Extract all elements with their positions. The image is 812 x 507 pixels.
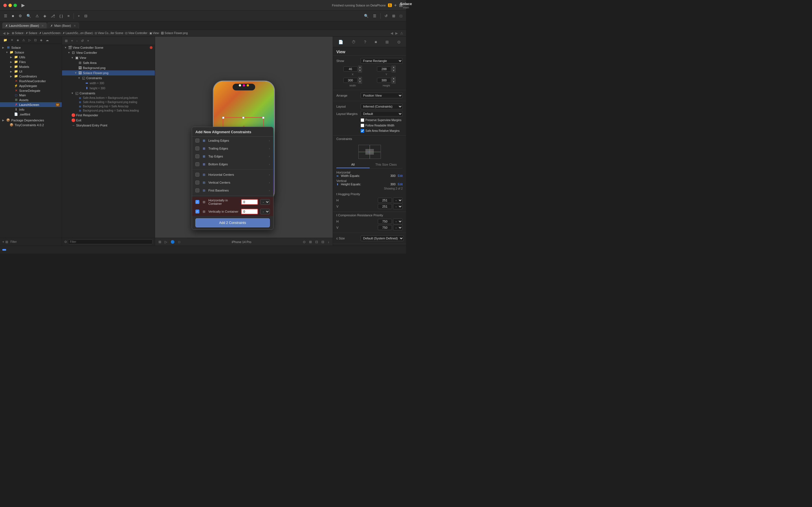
breadcrumb-next[interactable]: ▶ — [395, 31, 398, 35]
tree-item-package-deps[interactable]: ▶ 📦 Package Dependencies — [0, 118, 62, 122]
help-inspector-btn[interactable]: ? — [363, 39, 367, 45]
popup-bottom-edges[interactable]: ⊞ Bottom Edges › — [192, 160, 273, 168]
maximize-window-button[interactable] — [13, 4, 17, 7]
tree-item-rootvc[interactable]: ✕ RootViewController — [0, 78, 62, 83]
tree-item-scenedelegate[interactable]: ✕ SceneDelegate — [0, 88, 62, 93]
show-select[interactable]: Frame Rectangle — [361, 58, 403, 64]
add-tab-button[interactable]: + — [394, 3, 397, 8]
tree-item-ui[interactable]: ▶ 📁 UI — [0, 69, 62, 74]
top-edges-check[interactable] — [195, 154, 199, 158]
scene-constraint-3[interactable]: ⊞ Background.png.top = Safe Area.top — [62, 104, 155, 108]
scene-entry-point[interactable]: → Storyboard Entry Point — [62, 123, 155, 128]
tab-launchscreen[interactable]: ✗ LaunchScreen (Base) ✕ — [2, 22, 47, 29]
w-stepper[interactable]: ▲ ▼ — [358, 77, 362, 83]
v-hugging-input[interactable] — [378, 204, 392, 209]
scene-exit[interactable]: 🔴 Exit — [62, 118, 155, 123]
ctab-this-size[interactable]: This Size Class — [370, 161, 403, 168]
canvas-bottom-btn-9[interactable]: ↓ — [326, 239, 331, 244]
file-inspector-btn[interactable]: 📄 — [337, 39, 344, 45]
breadcrumb-view[interactable]: ▣ View — [149, 32, 159, 35]
ctab-all[interactable]: All — [336, 161, 370, 168]
tree-item-main[interactable]: □ Main — [0, 93, 62, 98]
filter-input[interactable] — [68, 239, 153, 244]
preserve-superview-checkbox[interactable] — [361, 118, 364, 122]
symbol-nav-button[interactable]: ✕ — [10, 38, 14, 43]
layout-margins-select[interactable]: Default — [361, 111, 403, 117]
scheme-button[interactable]: ⚙ — [17, 13, 24, 19]
scene-add[interactable]: + — [86, 38, 90, 43]
h-container-check[interactable]: ✓ — [195, 200, 199, 204]
tree-item-tinyconstraints[interactable]: 📦 TinyConstraints 4.0.2 — [0, 122, 62, 127]
handle-tm[interactable] — [242, 117, 245, 119]
reports-nav-button[interactable]: ☁ — [45, 38, 50, 43]
intrinsic-select[interactable]: Default (System Defined) — [361, 235, 404, 241]
canvas-bottom-btn-2[interactable]: ▷ — [163, 239, 168, 244]
tree-item-appdelegate[interactable]: ⚡ AppDelegate — [0, 83, 62, 88]
canvas-button[interactable]: □ — [398, 13, 404, 19]
nav-forward-button[interactable]: ▶ — [6, 31, 10, 35]
search-button[interactable]: 🔍 — [25, 13, 33, 19]
version-button[interactable]: ⎇ — [49, 13, 57, 19]
connections-inspector-btn[interactable]: ⊙ — [396, 39, 402, 45]
tree-item-solace-folder[interactable]: ▼ 📁 Solace — [0, 50, 62, 55]
tree-item-utils[interactable]: ▶ 📁 Utils — [0, 55, 62, 59]
canvas-bottom-btn-5[interactable]: ⊙ — [302, 239, 307, 244]
debug-nav-button[interactable]: ⊡ — [33, 38, 38, 43]
y-stepper[interactable]: ▲ ▼ — [392, 66, 396, 72]
sidebar-toggle-button[interactable]: ☰ — [2, 13, 9, 19]
popup-leading-edges[interactable]: ⊞ Leading Edges › — [192, 136, 273, 145]
h-compression-input[interactable] — [378, 219, 392, 224]
canvas-bottom-btn-8[interactable]: ⊟ — [320, 239, 325, 244]
v-container-check[interactable]: ✓ — [195, 210, 199, 214]
scene-constraints-group-2[interactable]: ▼ ◱ Constraints — [62, 91, 155, 96]
scene-constraints-group-1[interactable]: ▼ ◱ Constraints — [62, 75, 155, 80]
edit-width-button[interactable]: Edit — [398, 174, 403, 177]
tree-item-coordinators[interactable]: ▶ 📁 Coordinators — [0, 74, 62, 78]
layout-select[interactable]: Inferred (Constraints) — [361, 104, 403, 109]
h-container-select[interactable]: - — [260, 199, 270, 205]
tree-item-models[interactable]: ▶ 📁 Models — [0, 64, 62, 69]
v-container-select[interactable]: - — [260, 209, 270, 214]
breadcrumb-launchscreen-base[interactable]: ✗ LaunchSc...en (Base) — [63, 32, 93, 35]
tree-item-solace-project[interactable]: ▶ ⊞ Solace — [0, 45, 62, 50]
scene-zoom-out[interactable]: - — [75, 38, 79, 43]
v-compression-input[interactable] — [378, 225, 392, 230]
breadcrumb-launchscreen[interactable]: ✗ LaunchScreen — [39, 32, 60, 35]
scene-background[interactable]: 🖼 Background.png — [62, 65, 155, 70]
layout-button[interactable]: ⊟ — [83, 13, 89, 19]
width-input[interactable] — [343, 78, 357, 83]
v-centers-check[interactable] — [195, 180, 199, 184]
canvas-area[interactable]: → — [155, 37, 333, 245]
refresh-button[interactable]: ↺ — [383, 13, 389, 19]
canvas-bottom-btn-1[interactable]: ⊞ — [157, 239, 162, 244]
canvas-bottom-btn-4[interactable]: □ — [177, 239, 181, 244]
popup-top-edges[interactable]: ⊞ Top Edges › — [192, 152, 273, 160]
x-stepper[interactable]: ▲ ▼ — [358, 66, 362, 72]
tab-main[interactable]: ✗ Main (Base) ✕ — [47, 22, 79, 29]
bottom-edges-check[interactable] — [195, 162, 199, 166]
canvas-bottom-btn-6[interactable]: ⊞ — [308, 239, 313, 244]
breadcrumb-solace-1[interactable]: ⊞ Solace — [12, 32, 23, 35]
attributes-inspector-btn[interactable]: ≡ — [373, 39, 378, 45]
leading-edges-check[interactable] — [195, 138, 199, 143]
v-container-input[interactable] — [241, 209, 258, 214]
scene-safe-area[interactable]: ⊞ Safe Area — [62, 60, 155, 65]
size-inspector-btn[interactable]: ⊞ — [384, 39, 390, 45]
warning-button[interactable]: ⚠ — [34, 13, 41, 19]
h-hugging-input[interactable] — [378, 198, 392, 203]
tree-item-launchscreen[interactable]: ✗ LaunchScreen M — [0, 102, 62, 107]
h-hugging-select[interactable]: - — [393, 198, 403, 203]
breakpoints-nav-button[interactable]: ◈ — [39, 38, 43, 43]
follow-readable-checkbox[interactable] — [361, 124, 364, 127]
scene-constraint-1[interactable]: ⊞ Safe Area.bottom = Background.png.bott… — [62, 96, 155, 100]
popup-trailing-edges[interactable]: ⊞ Trailing Edges › — [192, 145, 273, 152]
warning-badge[interactable]: 1 — [388, 3, 392, 7]
scene-width-constraint[interactable]: ⬌ width = 300 — [62, 80, 155, 86]
scene-zoom-fit[interactable]: ⊞ — [64, 38, 69, 43]
file-nav-button[interactable]: 📁 — [2, 38, 8, 43]
tree-item-files[interactable]: ▶ 📁 Files — [0, 59, 62, 64]
tree-item-swiftlint[interactable]: 📄 .swiftlint — [0, 112, 62, 117]
nav-back-button[interactable]: ◀ — [2, 31, 6, 35]
breakpoint-button[interactable]: ◈ — [42, 13, 48, 19]
scene-view[interactable]: ▼ ▣ View — [62, 55, 155, 60]
